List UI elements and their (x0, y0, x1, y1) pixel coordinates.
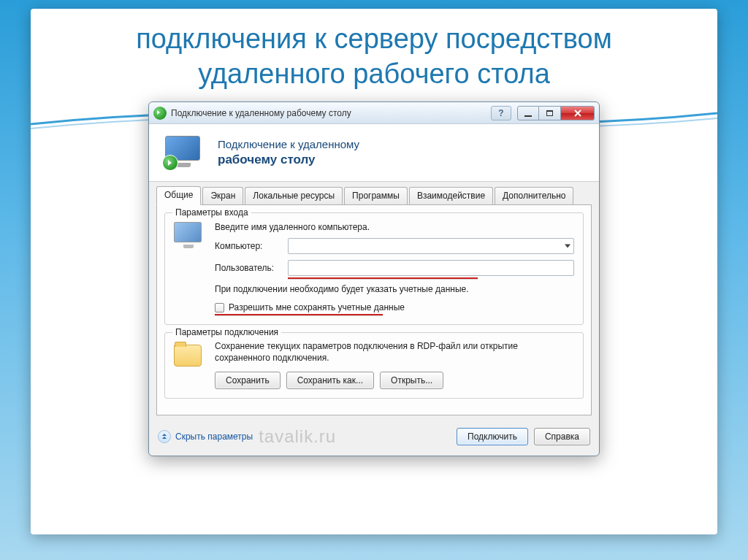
connection-note: Сохранение текущих параметров подключени… (215, 340, 574, 364)
tab-general[interactable]: Общие (156, 186, 201, 205)
computer-combobox[interactable] (288, 238, 574, 254)
login-group-legend: Параметры входа (172, 207, 251, 218)
connect-button[interactable]: Подключить (457, 428, 528, 445)
user-input[interactable] (288, 260, 574, 276)
login-instruction: Введите имя удаленного компьютера. (215, 222, 574, 232)
credentials-note: При подключении необходимо будет указать… (215, 283, 574, 295)
chevron-down-icon (565, 245, 570, 248)
user-label: Пользователь: (215, 263, 288, 273)
help-button[interactable]: Справка (534, 428, 590, 445)
hide-options-link[interactable]: Скрыть параметры (158, 430, 253, 443)
tab-strip: Общие Экран Локальные ресурсы Программы … (149, 182, 599, 205)
save-button[interactable]: Сохранить (215, 372, 280, 389)
close-icon (573, 110, 582, 117)
rdp-app-icon (153, 107, 167, 120)
dialog-footer: Скрыть параметры tavalik.ru Подключить С… (149, 421, 599, 456)
connection-group-legend: Параметры подключения (172, 327, 281, 337)
computer-label: Компьютер: (215, 241, 288, 251)
close-button[interactable] (561, 106, 595, 120)
login-settings-group: Параметры входа Введите имя удаленного к… (164, 212, 584, 325)
annotation-underline-user (288, 277, 478, 279)
rdp-dialog-window: Подключение к удаленному рабочему столу … (148, 101, 600, 456)
watermark-text: tavalik.ru (259, 426, 336, 447)
tab-programs[interactable]: Программы (344, 187, 408, 206)
chevron-up-icon (158, 430, 171, 443)
maximize-icon (546, 110, 553, 116)
tab-local-resources[interactable]: Локальные ресурсы (245, 187, 343, 206)
window-title: Подключение к удаленному рабочему столу (171, 108, 491, 118)
slide-title: подключения к серверу посредством удален… (60, 22, 688, 91)
titlebar[interactable]: Подключение к удаленному рабочему столу … (149, 102, 599, 124)
dialog-banner: Подключение к удаленному рабочему столу (149, 124, 599, 182)
maximize-button[interactable] (539, 106, 561, 120)
help-icon-button[interactable]: ? (491, 106, 511, 120)
minimize-icon (524, 115, 532, 117)
rdp-banner-icon (162, 134, 205, 171)
folder-icon (174, 345, 202, 367)
tab-experience[interactable]: Взаимодействие (409, 187, 493, 206)
banner-line1: Подключение к удаленному (218, 137, 359, 152)
allow-save-credentials-checkbox[interactable] (215, 303, 224, 312)
tab-advanced[interactable]: Дополнительно (495, 187, 573, 206)
tab-display[interactable]: Экран (202, 187, 243, 206)
allow-save-credentials-label: Разрешить мне сохранять учетные данные (229, 302, 405, 312)
annotation-underline-checkbox (215, 314, 383, 315)
banner-line2: рабочему столу (218, 152, 359, 168)
open-button[interactable]: Открыть... (380, 372, 443, 389)
minimize-button[interactable] (517, 106, 539, 120)
tab-panel-general: Параметры входа Введите имя удаленного к… (156, 204, 592, 415)
computer-icon (174, 222, 202, 242)
save-as-button[interactable]: Сохранить как... (286, 372, 374, 389)
connection-settings-group: Параметры подключения Сохранение текущих… (164, 332, 584, 398)
